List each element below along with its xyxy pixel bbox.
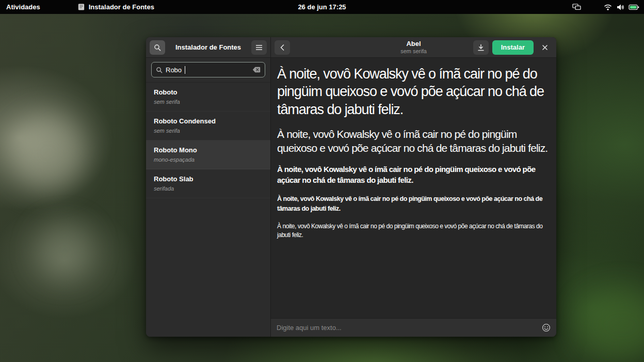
download-button[interactable] (473, 40, 489, 55)
font-style: sem serifa (154, 99, 263, 105)
clear-search-icon[interactable] (252, 67, 261, 73)
font-preview-pane: Abel sem serifa Instalar (271, 37, 556, 337)
font-list: Roboto sem serifa Roboto Condensed sem s… (146, 83, 270, 337)
font-waterfall-preview: À noite, vovô Kowalsky vê o ímã cair no … (271, 58, 556, 318)
system-status-menu-button[interactable] (599, 0, 644, 14)
top-bar-right (568, 0, 644, 14)
custom-text-bar (271, 318, 556, 337)
custom-preview-text-input[interactable] (277, 324, 538, 332)
pangram-large: À noite, vovô Kowalsky vê o ímã cair no … (277, 127, 550, 155)
focused-app-menu-button[interactable]: Instalador de Fontes (71, 0, 160, 14)
top-bar-left: Atividades Instalador de Fontes (0, 0, 160, 14)
battery-icon (629, 4, 639, 10)
preview-font-style: sem serifa (400, 48, 427, 55)
pangram-xsmall: À noite, vovô Kowalsky vê o ímã cair no … (277, 222, 550, 240)
app-icon (77, 3, 85, 11)
hamburger-menu-icon (255, 44, 263, 51)
download-icon (477, 44, 485, 51)
font-name: Roboto (154, 88, 263, 96)
pangram-medium: À noite, vovô Kowalsky vê o ímã cair no … (277, 164, 550, 185)
preview-font-name: Abel (400, 40, 427, 48)
preview-title-block: Abel sem serifa (400, 40, 427, 55)
search-entry-value: Robo (166, 66, 182, 74)
font-name: Roboto Condensed (154, 117, 263, 125)
emoji-picker-icon[interactable] (542, 323, 551, 332)
font-list-sidebar: Instalador de Fontes (146, 37, 271, 337)
wallpaper-bokeh (9, 114, 87, 191)
close-icon (542, 44, 548, 51)
font-style: serifada (154, 185, 263, 192)
sidebar-title: Instalador de Fontes (165, 43, 251, 51)
text-caret (185, 66, 185, 74)
search-entry-icon (156, 67, 163, 73)
chevron-left-icon (280, 44, 285, 51)
font-installer-window: Instalador de Fontes (146, 37, 556, 337)
font-search-input[interactable]: Robo (151, 62, 265, 77)
screen-mirror-icon (572, 4, 581, 10)
search-row: Robo (146, 58, 270, 83)
font-list-item-roboto[interactable]: Roboto sem serifa (146, 83, 270, 112)
preview-actions: Instalar (473, 40, 553, 55)
activities-button[interactable]: Atividades (0, 0, 46, 14)
font-list-item-roboto-condensed[interactable]: Roboto Condensed sem serifa (146, 112, 270, 140)
gnome-top-bar: Atividades Instalador de Fontes 26 de ju… (0, 0, 644, 14)
focused-app-name: Instalador de Fontes (89, 3, 154, 11)
font-list-item-roboto-mono[interactable]: Roboto Mono mono-espaçada (146, 140, 270, 169)
pangram-small: À noite, vovô Kowalsky vê o ímã cair no … (277, 194, 550, 213)
search-toggle-button[interactable] (150, 40, 165, 55)
install-button[interactable]: Instalar (492, 40, 534, 55)
wifi-icon (604, 4, 612, 11)
volume-icon (616, 4, 624, 11)
clock-button[interactable]: 26 de jun 17:25 (293, 0, 351, 14)
screen-mirror-indicator-button[interactable] (568, 0, 586, 14)
desktop-wallpaper: Atividades Instalador de Fontes 26 de ju… (0, 0, 644, 362)
font-list-item-roboto-slab[interactable]: Roboto Slab serifada (146, 169, 270, 198)
wallpaper-bokeh (36, 222, 93, 279)
font-name: Roboto Slab (154, 175, 263, 183)
font-style: mono-espaçada (154, 156, 263, 163)
sidebar-headerbar: Instalador de Fontes (146, 37, 270, 58)
close-window-button[interactable] (537, 40, 553, 55)
search-icon (154, 44, 161, 51)
font-name: Roboto Mono (154, 146, 263, 154)
font-style: sem serifa (154, 128, 263, 134)
back-button[interactable] (275, 40, 290, 55)
wallpaper-bokeh (578, 289, 644, 361)
activities-label: Atividades (6, 3, 40, 11)
preview-headerbar: Abel sem serifa Instalar (271, 37, 556, 58)
pangram-xlarge: À noite, vovô Kowalsky vê o ímã cair no … (277, 65, 550, 118)
main-menu-button[interactable] (251, 40, 267, 55)
clock-label: 26 de jun 17:25 (298, 3, 346, 11)
